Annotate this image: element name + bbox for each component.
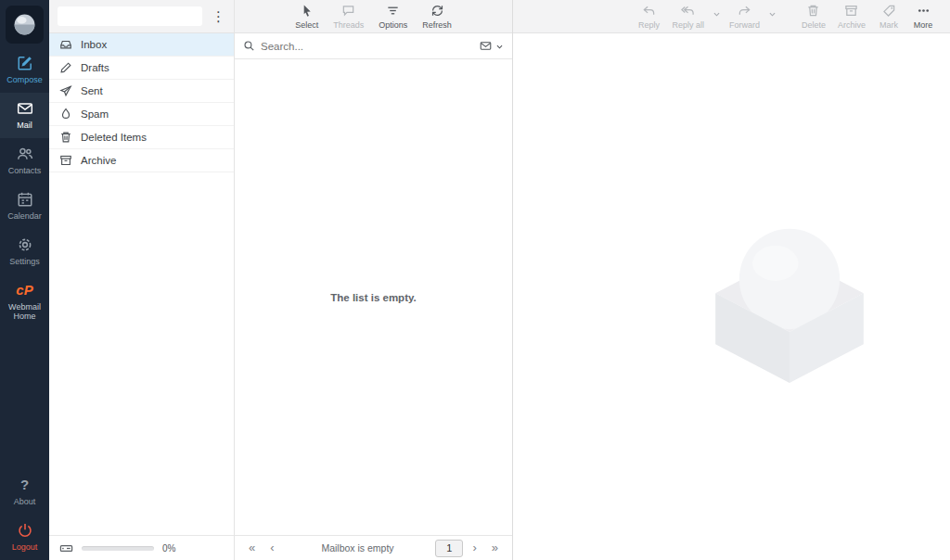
flame-icon [59, 108, 72, 121]
sidebar-item-mail[interactable]: Mail [0, 93, 49, 138]
search-icon [243, 40, 255, 52]
contacts-icon [17, 146, 33, 162]
sidebar-item-logout[interactable]: Logout [0, 515, 49, 560]
refresh-button[interactable]: Refresh [417, 1, 456, 32]
trash-icon [59, 131, 72, 144]
sidebar-item-label: Calendar [7, 211, 42, 221]
toolbar-button-label: Options [379, 20, 407, 30]
next-page-button[interactable]: › [467, 539, 481, 557]
folder-item-inbox[interactable]: Inbox [49, 33, 234, 57]
toolbar-button-label: Reply [638, 20, 660, 30]
sidebar-item-webmail-home[interactable]: cP Webmail Home [0, 274, 49, 329]
reply-button[interactable]: Reply [633, 1, 664, 32]
webmail-app: Compose Mail Contacts [0, 0, 950, 560]
folder-panel: ⋮ Inbox Drafts Sent [49, 0, 235, 560]
forward-icon [738, 4, 751, 18]
mark-button[interactable]: Mark [873, 1, 905, 32]
list-pagination: « ‹ Mailbox is empty › » [235, 535, 512, 560]
sidebar-item-label: Settings [9, 257, 40, 266]
power-icon [17, 522, 33, 539]
reply-icon [642, 4, 656, 18]
toolbar-button-label: Forward [729, 20, 760, 30]
first-page-button[interactable]: « [243, 539, 261, 557]
toolbar-button-label: Select [295, 20, 318, 30]
folder-label: Deleted Items [81, 132, 147, 143]
tag-icon [882, 4, 896, 18]
prev-page-button[interactable]: ‹ [264, 539, 279, 557]
storage-icon [59, 541, 73, 555]
paper-plane-icon [59, 84, 72, 97]
forward-button[interactable]: Forward [725, 1, 764, 32]
sidebar-item-label: About [14, 497, 36, 506]
folder-label: Spam [81, 108, 109, 120]
threads-button[interactable]: Threads [328, 1, 368, 32]
message-list-body: The list is empty. [235, 59, 512, 535]
inbox-icon [59, 38, 72, 51]
sidebar-item-calendar[interactable]: Calendar [0, 184, 49, 229]
forward-menu-caret[interactable] [767, 10, 777, 19]
question-icon: ? [20, 477, 29, 493]
search-scope-button[interactable] [480, 38, 504, 55]
toolbar-button-label: Delete [802, 20, 826, 30]
folder-item-drafts[interactable]: Drafts [49, 57, 234, 80]
threads-icon [341, 4, 355, 18]
sidebar-item-settings[interactable]: Settings [0, 229, 49, 274]
toolbar-button-label: More [914, 20, 933, 30]
archive-button[interactable]: Archive [833, 1, 870, 32]
sidebar-item-compose[interactable]: Compose [0, 47, 49, 93]
sidebar-item-label: Contacts [8, 166, 42, 175]
chevron-down-icon [495, 38, 504, 55]
cursor-icon [300, 4, 314, 18]
reply-all-icon [681, 4, 695, 18]
folder-label: Drafts [81, 62, 109, 73]
gear-icon [17, 236, 33, 253]
calendar-icon [17, 191, 33, 208]
page-number-input[interactable] [435, 540, 463, 557]
app-taskbar: Compose Mail Contacts [0, 0, 49, 560]
folder-search-input[interactable] [58, 6, 202, 26]
sidebar-item-label: Logout [12, 542, 38, 552]
mailbox-status: Mailbox is empty [284, 542, 432, 554]
folder-list: Inbox Drafts Sent Spam [49, 33, 234, 535]
mail-searchbar [235, 33, 512, 59]
reply-all-menu-caret[interactable] [712, 10, 722, 19]
sidebar-item-about[interactable]: ? About [0, 469, 49, 515]
last-page-button[interactable]: » [486, 539, 504, 557]
folder-item-spam[interactable]: Spam [49, 103, 234, 126]
toolbar-button-label: Threads [333, 20, 364, 30]
folder-panel-header: ⋮ [49, 0, 234, 33]
quota-progress-bar [82, 546, 154, 551]
folder-label: Archive [81, 155, 116, 166]
cpanel-icon: cP [16, 282, 32, 299]
folder-item-sent[interactable]: Sent [49, 80, 234, 103]
folder-item-deleted-items[interactable]: Deleted Items [49, 126, 234, 149]
sidebar-item-contacts[interactable]: Contacts [0, 138, 49, 184]
folder-menu-button[interactable]: ⋮ [207, 6, 230, 26]
archive-icon [59, 154, 72, 167]
folder-label: Sent [81, 85, 103, 96]
search-input[interactable] [261, 41, 474, 52]
options-icon [386, 4, 400, 18]
folder-item-archive[interactable]: Archive [49, 149, 234, 172]
roundcube-logo[interactable] [6, 6, 44, 44]
toolbar-button-label: Refresh [422, 20, 452, 30]
envelope-icon [480, 40, 492, 52]
compose-icon [17, 55, 33, 71]
select-button[interactable]: Select [290, 1, 323, 32]
folder-label: Inbox [81, 39, 107, 50]
mail-icon [17, 100, 33, 117]
sidebar-item-label: Mail [17, 121, 32, 130]
roundcube-watermark-icon [701, 209, 878, 385]
message-list-panel: Select Threads Options [235, 0, 513, 560]
refresh-icon [430, 4, 444, 18]
sidebar-item-label: Compose [6, 75, 43, 84]
options-button[interactable]: Options [374, 1, 412, 32]
more-button[interactable]: More [907, 1, 939, 32]
empty-list-message: The list is empty. [330, 292, 416, 303]
message-toolbar: Reply Reply all Forwar [513, 0, 950, 33]
toolbar-button-label: Reply all [672, 20, 704, 30]
toolbar-button-label: Mark [879, 20, 898, 30]
delete-button[interactable]: Delete [797, 1, 830, 32]
quota-percent-label: 0% [162, 543, 175, 554]
reply-all-button[interactable]: Reply all [667, 1, 709, 32]
